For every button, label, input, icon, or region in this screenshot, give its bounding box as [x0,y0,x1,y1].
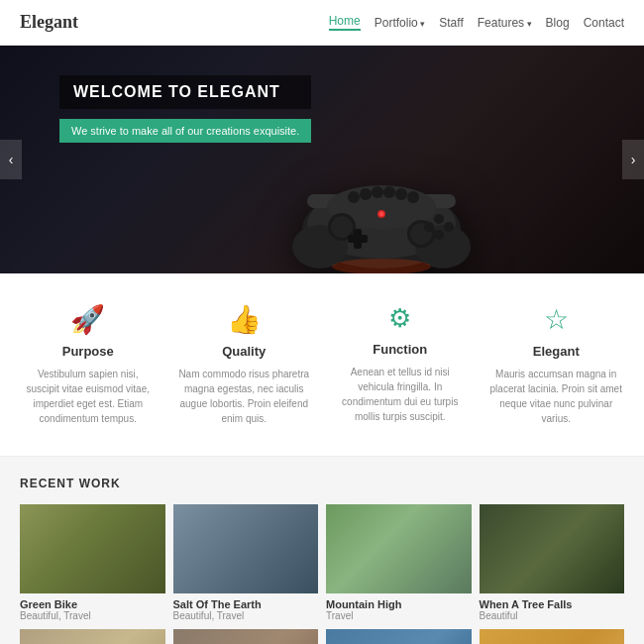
work-thumb [20,629,165,644]
work-item-title: Mountain High [326,598,472,610]
svg-point-14 [444,222,454,232]
hero-subtitle: We strive to make all of our creations e… [59,119,311,143]
work-item-title: When A Tree Falls [480,598,625,610]
feature-function-desc: Aenean et tellus id nisi vehicula fringi… [332,365,469,424]
work-item-tags: Beautiful, Travel [173,610,319,621]
hero-title: WELCOME TO ELEGANT [59,75,311,109]
work-thumb [480,504,625,593]
svg-point-20 [383,186,395,198]
work-thumb [326,504,472,593]
nav-home[interactable]: Home [329,14,361,31]
svg-point-22 [407,191,419,203]
work-item-title: Green Bike [20,598,165,610]
main-nav: Home Portfolio Staff Features Blog Conta… [329,14,624,31]
feature-function: ⚙ Function Aenean et tellus id nisi vehi… [332,303,469,426]
svg-point-8 [331,216,353,238]
nav-staff[interactable]: Staff [439,16,463,30]
svg-point-15 [424,222,434,232]
nav-features[interactable]: Features [478,16,532,30]
work-thumb [326,629,472,644]
svg-point-16 [434,230,444,240]
feature-elegant-desc: Mauris accumsan magna in placerat lacini… [488,367,625,426]
work-item[interactable]: Mountain High Travel [326,504,472,621]
svg-point-17 [348,191,360,203]
recent-work-title: RECENT WORK [20,477,624,490]
work-item-tags: Beautiful, Travel [20,610,165,621]
work-item[interactable]: Here Comes The Sun Surreal, Unique [480,629,625,644]
work-item[interactable]: When A Tree Falls Beautiful [480,504,625,621]
feature-quality-desc: Nam commodo risus pharetra magna egestas… [176,367,313,426]
hero-prev-button[interactable]: ‹ [0,140,22,179]
features-section: 🚀 Purpose Vestibulum sapien nisi, suscip… [0,273,644,457]
work-item[interactable]: Dream On Surreal, Travel [20,629,165,644]
work-thumb [173,629,319,644]
hero-section: WELCOME TO ELEGANT We strive to make all… [0,46,644,273]
svg-point-13 [434,214,444,224]
work-item-title: Salt Of The Earth [173,598,319,610]
work-item[interactable]: Like A Glove Surreal, Travel [173,629,319,644]
feature-quality-title: Quality [176,344,313,359]
svg-rect-12 [348,235,368,243]
work-thumb [173,504,319,593]
feature-elegant-title: Elegant [488,344,625,359]
feature-elegant: ☆ Elegant Mauris accumsan magna in place… [488,303,625,426]
work-item[interactable]: On The Water Beautiful [326,629,472,644]
site-logo: Elegant [20,12,78,33]
feature-quality: 👍 Quality Nam commodo risus pharetra mag… [176,303,313,426]
feature-function-title: Function [332,342,469,357]
svg-point-18 [360,188,372,200]
nav-blog[interactable]: Blog [546,16,570,30]
work-grid: Green Bike Beautiful, Travel Salt Of The… [20,504,624,644]
nav-portfolio[interactable]: Portfolio [375,16,426,30]
svg-point-21 [395,188,407,200]
hero-content: WELCOME TO ELEGANT We strive to make all… [59,75,311,143]
hero-gamepad-illustration [282,120,481,273]
quality-icon: 👍 [176,303,313,336]
work-thumb [20,504,165,593]
recent-work-section: RECENT WORK Green Bike Beautiful, Travel… [0,457,644,644]
work-item[interactable]: Green Bike Beautiful, Travel [20,504,165,621]
svg-point-19 [372,186,383,198]
hero-next-button[interactable]: › [622,140,644,179]
feature-purpose-title: Purpose [20,344,157,359]
nav-contact[interactable]: Contact [584,16,624,30]
work-item[interactable]: Salt Of The Earth Beautiful, Travel [173,504,319,621]
work-item-tags: Beautiful [480,610,625,621]
work-thumb [480,629,625,644]
function-icon: ⚙ [332,303,469,334]
svg-point-24 [379,212,384,217]
feature-purpose-desc: Vestibulum sapien nisi, suscipit vitae e… [20,367,157,426]
feature-purpose: 🚀 Purpose Vestibulum sapien nisi, suscip… [20,303,157,426]
work-item-tags: Travel [326,610,472,621]
elegant-icon: ☆ [488,303,625,336]
site-header: Elegant Home Portfolio Staff Features Bl… [0,0,644,46]
purpose-icon: 🚀 [20,303,157,336]
